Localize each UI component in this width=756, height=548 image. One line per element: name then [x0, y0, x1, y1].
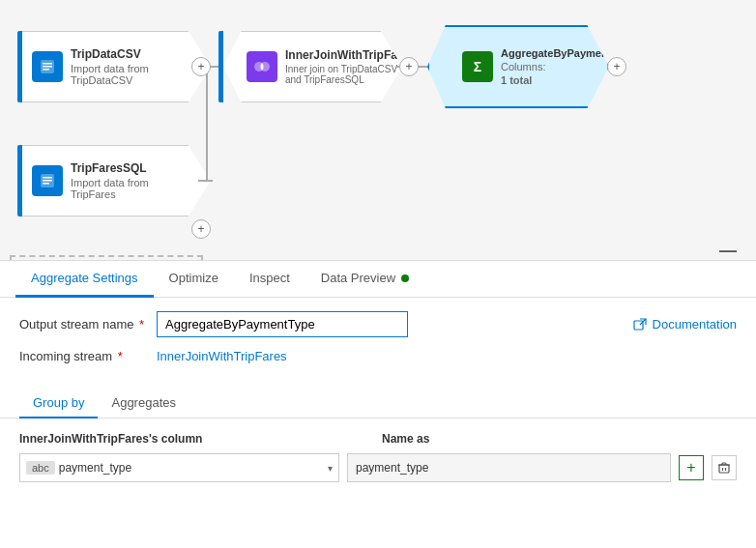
- trip-data-csv-title: TripDataCSV: [71, 47, 181, 61]
- svg-rect-11: [719, 465, 729, 473]
- tab-data-preview[interactable]: Data Preview: [305, 261, 424, 298]
- connector-line-2h: [198, 180, 213, 182]
- trip-data-csv-subtitle: Import data from TripDataCSV: [71, 63, 181, 86]
- plus-after-aggregate[interactable]: +: [607, 57, 626, 76]
- aggregate-icon: Σ: [462, 51, 493, 82]
- settings-form: Output stream name * Documentation Incom…: [0, 298, 756, 389]
- group-by-table: InnerJoinWithTripFares's column Name as …: [0, 432, 756, 482]
- main-tabs: Aggregate Settings Optimize Inspect Data…: [0, 261, 756, 298]
- plus-after-trip-data[interactable]: +: [191, 57, 211, 76]
- dropdown-chevron-icon: ▾: [328, 463, 333, 474]
- settings-panel: Aggregate Settings Optimize Inspect Data…: [0, 261, 756, 548]
- data-preview-dot: [401, 274, 409, 282]
- incoming-stream-row: Incoming stream * InnerJoinWithTripFares: [19, 349, 737, 363]
- delete-row-button[interactable]: [712, 455, 737, 480]
- node-inner-join[interactable]: InnerJoinWithTripFares Inner join on Tri…: [218, 31, 402, 102]
- incoming-stream-label: Incoming stream *: [19, 349, 145, 363]
- tab-inspect[interactable]: Inspect: [234, 261, 305, 298]
- table-headers: InnerJoinWithTripFares's column Name as: [19, 432, 737, 446]
- inner-join-title: InnerJoinWithTripFares: [285, 48, 415, 62]
- sub-tab-group-by[interactable]: Group by: [19, 389, 98, 418]
- node-aggregate[interactable]: Σ AggregateByPaymentTy... Columns: 1 tot…: [427, 25, 609, 108]
- plus-after-inner-join[interactable]: +: [399, 57, 419, 76]
- column-type-tag: abc: [26, 461, 55, 475]
- external-link-icon: [633, 318, 647, 332]
- trip-data-csv-icon: [32, 51, 63, 82]
- connector-line-v: [206, 66, 208, 182]
- flow-canvas: TripDataCSV Import data from TripDataCSV…: [0, 0, 756, 261]
- svg-rect-1: [43, 63, 52, 65]
- svg-rect-5: [43, 177, 52, 179]
- tab-aggregate-settings[interactable]: Aggregate Settings: [15, 261, 154, 298]
- minimize-button[interactable]: —: [719, 242, 737, 259]
- aggregate-subtitle-line2: 1 total: [501, 74, 631, 86]
- trash-icon: [717, 461, 731, 475]
- incoming-stream-link[interactable]: InnerJoinWithTripFares: [157, 349, 287, 363]
- table-row: abc payment_type ▾ +: [19, 453, 737, 482]
- add-row-button[interactable]: +: [679, 455, 704, 480]
- trip-fares-sql-icon: [32, 165, 63, 196]
- trip-fares-sql-subtitle: Import data from TripFares: [71, 177, 181, 200]
- inner-join-subtitle: Inner join on TripDataCSV and TripFaresS…: [285, 64, 415, 85]
- empty-node-placeholder: [10, 255, 203, 261]
- col-header-name-as: Name as: [382, 432, 737, 446]
- column-value: payment_type: [59, 461, 324, 475]
- svg-rect-3: [43, 69, 49, 71]
- documentation-link[interactable]: Documentation: [633, 317, 737, 332]
- svg-rect-2: [43, 66, 52, 68]
- node-trip-data-csv[interactable]: TripDataCSV Import data from TripDataCSV: [17, 31, 211, 102]
- svg-rect-6: [43, 180, 52, 182]
- tab-optimize[interactable]: Optimize: [154, 261, 234, 298]
- sub-tabs: Group by Aggregates: [0, 389, 756, 418]
- output-stream-label: Output stream name *: [19, 317, 145, 332]
- sub-tab-aggregates[interactable]: Aggregates: [98, 389, 189, 418]
- col-header-column: InnerJoinWithTripFares's column: [19, 432, 374, 446]
- output-stream-row: Output stream name * Documentation: [19, 311, 737, 337]
- trip-fares-sql-title: TripFaresSQL: [71, 161, 181, 175]
- inner-join-icon: [247, 51, 277, 82]
- name-as-input[interactable]: [347, 453, 671, 482]
- output-stream-input[interactable]: [157, 311, 408, 337]
- incoming-stream-required: *: [114, 349, 123, 363]
- output-stream-required: *: [136, 317, 145, 332]
- column-dropdown[interactable]: abc payment_type ▾: [19, 453, 339, 482]
- svg-rect-7: [43, 183, 49, 185]
- plus-after-trip-fares[interactable]: +: [191, 219, 211, 239]
- node-trip-fares-sql[interactable]: TripFaresSQL Import data from TripFares: [17, 145, 211, 216]
- svg-rect-10: [634, 321, 643, 330]
